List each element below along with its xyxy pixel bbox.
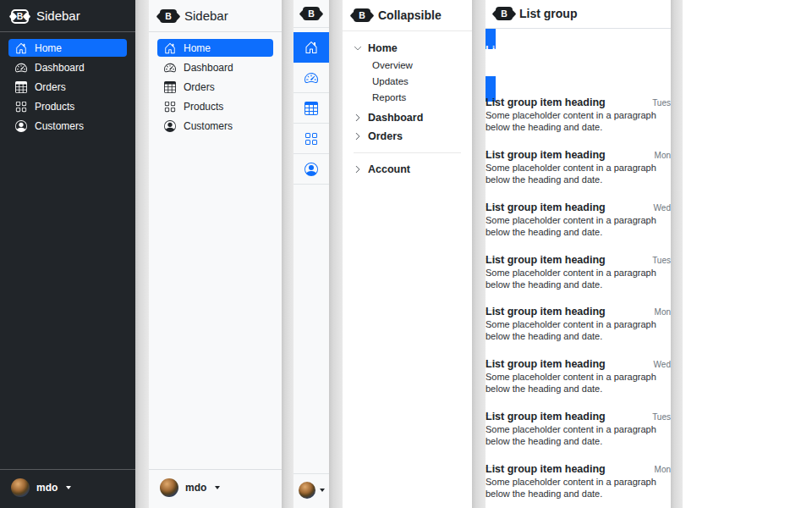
subitem-overview[interactable]: Overview: [372, 60, 465, 70]
list-item-heading: List group item heading: [486, 463, 606, 475]
avatar: [11, 478, 30, 497]
sidebar-light: B Sidebar Home Dashboard Orders Products: [149, 0, 282, 508]
collapse-toggle-account[interactable]: Account: [349, 160, 465, 179]
collapsible-title: Collapsible: [378, 8, 442, 23]
sidebar-dark: B Sidebar Home Dashboard Orders Products: [0, 0, 135, 508]
list-item-body: Some placeholder content in a paragraph …: [486, 163, 671, 186]
panel-divider: [135, 0, 149, 508]
icon-sidebar-item-products[interactable]: [294, 124, 329, 154]
list-group-item[interactable]: List group item heading Mon Some placeho…: [486, 129, 671, 207]
list-group-item[interactable]: List group item heading Wed Some placeho…: [486, 29, 671, 102]
sidebar-icons: B: [294, 0, 329, 508]
user-dropdown[interactable]: mdo: [0, 469, 135, 508]
sidebar-item-products[interactable]: Products: [157, 97, 273, 115]
avatar: [160, 478, 178, 497]
list-item-date: Wed: [654, 203, 671, 213]
list-group-item[interactable]: List group item heading Wed Some placeho…: [486, 181, 671, 259]
icon-sidebar-item-home[interactable]: [294, 32, 329, 63]
icon-sidebar-item-orders[interactable]: [294, 93, 329, 124]
list-item-heading: List group item heading: [486, 254, 606, 266]
list-item-date: Wed: [654, 360, 671, 369]
subitem-updates[interactable]: Updates: [372, 76, 465, 86]
sidebar-dark-nav: Home Dashboard Orders Products Customers: [0, 32, 135, 141]
list-group-item[interactable]: List group item heading Mon Some placeho…: [486, 285, 671, 363]
subitem-reports[interactable]: Reports: [372, 92, 465, 102]
content-area: [683, 0, 812, 508]
table-icon: [164, 81, 176, 93]
collapse-toggle-home[interactable]: Home: [349, 39, 465, 58]
sidebar-item-label: Dashboard: [35, 62, 85, 74]
sidebar-item-customers[interactable]: Customers: [157, 117, 273, 135]
person-circle-icon: [164, 120, 176, 132]
speedometer-icon: [304, 71, 318, 85]
list-item-body: Some placeholder content in a paragraph …: [486, 424, 671, 448]
sidebar-icons-nav: [294, 28, 329, 185]
house-icon: [304, 41, 318, 54]
chevron-down-icon: [320, 489, 325, 492]
avatar: [299, 482, 315, 499]
sidebar-icons-brand[interactable]: B: [294, 0, 329, 28]
bootstrap-logo-icon: B: [496, 7, 513, 20]
sidebar-item-dashboard[interactable]: Dashboard: [157, 58, 273, 76]
sidebar-item-customers[interactable]: Customers: [8, 117, 127, 135]
house-icon: [164, 42, 176, 54]
list-group-brand[interactable]: B List group: [486, 0, 671, 29]
list-group-item[interactable]: List group item heading Tues Some placeh…: [486, 234, 671, 312]
collapsible-nav: Home Overview Updates Reports Dashboard …: [343, 31, 472, 179]
icon-sidebar-item-customers[interactable]: [294, 154, 329, 185]
section-label: Dashboard: [368, 112, 423, 124]
bootstrap-logo-icon: B: [160, 9, 177, 23]
grid-icon: [15, 101, 27, 113]
collapsible-brand[interactable]: B Collapsible: [343, 0, 472, 31]
chevron-right-icon: [354, 165, 362, 174]
chevron-down-icon: [354, 44, 362, 52]
list-item-date: Mon: [655, 307, 671, 317]
sidebar-item-dashboard[interactable]: Dashboard: [8, 58, 127, 76]
section-label: Account: [368, 163, 410, 175]
list-item-header-row: List group item heading Mon: [486, 149, 671, 161]
list-group-item[interactable]: List group item heading Wed Some placeho…: [486, 338, 671, 416]
table-icon: [15, 81, 27, 93]
sidebar-title: Sidebar: [36, 8, 80, 24]
collapse-toggle-dashboard[interactable]: Dashboard: [349, 108, 465, 127]
section-label: Orders: [368, 130, 403, 142]
speedometer-icon: [164, 62, 176, 74]
sidebar-item-label: Customers: [35, 120, 84, 132]
panel-divider: [671, 0, 683, 508]
sidebar-item-label: Products: [184, 101, 223, 113]
list-item-header-row: List group item heading Tues: [486, 411, 671, 422]
sidebar-light-brand[interactable]: B Sidebar: [149, 0, 282, 32]
list-group-title: List group: [519, 7, 577, 21]
chevron-right-icon: [354, 113, 362, 122]
icon-sidebar-item-dashboard[interactable]: [294, 63, 329, 93]
sidebar-item-label: Products: [35, 101, 74, 113]
sidebar-item-home[interactable]: Home: [8, 39, 127, 57]
collapse-toggle-orders[interactable]: Orders: [349, 127, 465, 146]
list-item-heading: List group item heading: [486, 44, 606, 56]
divider: [354, 152, 461, 153]
list-group-item[interactable]: List group item heading Tues Some placeh…: [486, 390, 671, 468]
list-item-date: Tues: [652, 412, 671, 422]
sidebar-item-home[interactable]: Home: [157, 39, 273, 57]
user-dropdown[interactable]: [294, 473, 329, 508]
list-group: List group item heading Wed Some placeho…: [486, 29, 671, 508]
sidebar-collapsible: B Collapsible Home Overview Updates Repo…: [343, 0, 472, 508]
sidebar-item-products[interactable]: Products: [8, 97, 127, 115]
list-item-heading: List group item heading: [486, 149, 606, 161]
list-item-body: Some placeholder content in a paragraph …: [486, 110, 671, 134]
list-item-body: Some placeholder content in a paragraph …: [486, 268, 671, 291]
sidebar-item-orders[interactable]: Orders: [8, 78, 127, 96]
sidebar-item-orders[interactable]: Orders: [157, 78, 273, 96]
list-item-date: Wed: [654, 46, 671, 55]
sidebar-item-label: Dashboard: [184, 62, 233, 74]
person-circle-icon: [304, 163, 318, 176]
user-name: mdo: [185, 482, 206, 494]
list-item-header-row: List group item heading Tues: [486, 254, 671, 266]
sidebar-item-label: Home: [184, 42, 211, 54]
list-group-item[interactable]: List group item heading Tues Some placeh…: [486, 76, 671, 154]
sidebar-dark-brand[interactable]: B Sidebar: [0, 0, 135, 32]
user-dropdown[interactable]: mdo: [149, 469, 282, 508]
list-item-body: Some placeholder content in a paragraph …: [486, 215, 671, 239]
bootstrap-logo-icon: B: [354, 8, 370, 22]
list-group-item[interactable]: List group item heading Mon Some placeho…: [486, 443, 671, 508]
